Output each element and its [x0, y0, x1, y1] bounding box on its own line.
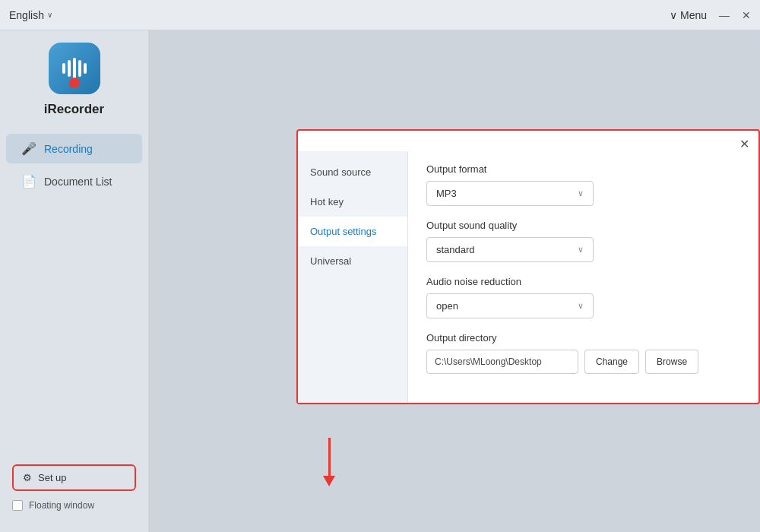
- arrow-head-icon: [323, 476, 335, 486]
- gear-icon: ⚙: [23, 472, 32, 483]
- noise-reduction-section: Audio noise reduction open ∨: [426, 276, 740, 318]
- menu-chevron-icon: ∨: [670, 9, 677, 21]
- output-quality-value: standard: [436, 244, 475, 255]
- minimize-button[interactable]: —: [719, 9, 730, 21]
- dialog-nav-hot-key[interactable]: Hot key: [298, 187, 407, 217]
- window-controls: — ✕: [719, 9, 751, 21]
- logo-icon: [49, 43, 100, 94]
- sidebar-item-document-list[interactable]: 📄 Document List: [6, 166, 142, 196]
- output-format-chevron-icon: ∨: [578, 188, 584, 198]
- menu-button[interactable]: ∨ Menu: [670, 9, 707, 21]
- language-label: English: [9, 9, 44, 21]
- title-bar-right: ∨ Menu — ✕: [670, 9, 751, 21]
- output-format-section: Output format MP3 ∨: [426, 163, 740, 206]
- dialog-close-button[interactable]: ✕: [739, 137, 749, 151]
- sidebar-item-recording[interactable]: 🎤 Recording: [6, 134, 142, 163]
- browse-button[interactable]: Browse: [645, 350, 698, 374]
- noise-reduction-chevron-icon: ∨: [578, 301, 584, 311]
- dialog-sidebar: Sound source Hot key Output settings Uni…: [298, 151, 408, 403]
- noise-reduction-value: open: [436, 300, 458, 312]
- output-directory-row: Change Browse: [426, 350, 740, 374]
- wave-bar-4: [78, 60, 81, 77]
- menu-label: Menu: [680, 9, 707, 21]
- output-format-value: MP3: [436, 188, 457, 199]
- wave-bar-1: [62, 63, 65, 74]
- dialog-body: Sound source Hot key Output settings Uni…: [298, 151, 758, 403]
- language-selector[interactable]: English ∨: [9, 9, 52, 21]
- dialog-nav-universal[interactable]: Universal: [298, 246, 407, 276]
- floating-window-row: Floating window: [12, 500, 136, 511]
- dialog-main: Output format MP3 ∨ Output sound quality…: [408, 151, 758, 403]
- dialog-header: ✕: [298, 131, 758, 151]
- wave-bar-3: [73, 58, 76, 79]
- output-settings-label: Output settings: [310, 226, 376, 237]
- title-bar: English ∨ ∨ Menu — ✕: [0, 0, 760, 30]
- output-directory-section: Output directory Change Browse: [426, 332, 740, 374]
- output-format-select[interactable]: MP3 ∨: [426, 181, 594, 206]
- app-logo: iRecorder: [0, 43, 148, 117]
- close-button[interactable]: ✕: [742, 9, 751, 21]
- wave-bar-2: [68, 60, 71, 77]
- dialog-nav-output-settings[interactable]: Output settings: [298, 217, 407, 246]
- settings-dialog: ✕ Sound source Hot key Output settings U…: [296, 129, 760, 404]
- sidebar-document-label: Document List: [44, 176, 112, 188]
- output-directory-label: Output directory: [426, 332, 740, 344]
- sidebar: iRecorder 🎤 Recording 📄 Document List ⚙ …: [0, 30, 148, 532]
- sidebar-bottom: ⚙ Set up Floating window: [0, 455, 148, 520]
- output-directory-input[interactable]: [426, 350, 578, 374]
- output-quality-section: Output sound quality standard ∨: [426, 220, 740, 262]
- dialog-nav-sound-source[interactable]: Sound source: [298, 157, 407, 187]
- app-container: iRecorder 🎤 Recording 📄 Document List ⚙ …: [0, 30, 760, 532]
- recording-icon: 🎤: [21, 141, 36, 156]
- sidebar-recording-label: Recording: [44, 143, 93, 155]
- output-quality-select[interactable]: standard ∨: [426, 237, 594, 262]
- change-button[interactable]: Change: [584, 350, 639, 374]
- language-chevron-icon: ∨: [47, 11, 52, 19]
- hot-key-label: Hot key: [310, 196, 344, 207]
- noise-reduction-label: Audio noise reduction: [426, 276, 740, 287]
- output-format-label: Output format: [426, 163, 740, 175]
- wave-bar-5: [84, 63, 87, 74]
- app-name: iRecorder: [44, 102, 104, 117]
- setup-label: Set up: [38, 472, 67, 483]
- output-quality-label: Output sound quality: [426, 220, 740, 231]
- arrow-indicator: [323, 438, 335, 486]
- main-content: ✕ Sound source Hot key Output settings U…: [148, 30, 760, 532]
- floating-window-checkbox[interactable]: [12, 500, 23, 511]
- sound-source-label: Sound source: [310, 166, 371, 178]
- noise-reduction-select[interactable]: open ∨: [426, 293, 594, 318]
- logo-waves: [62, 57, 87, 80]
- document-list-icon: 📄: [21, 174, 36, 188]
- arrow-line: [328, 438, 331, 476]
- output-quality-chevron-icon: ∨: [578, 245, 584, 255]
- setup-button[interactable]: ⚙ Set up: [12, 464, 136, 491]
- universal-label: Universal: [310, 255, 351, 267]
- floating-window-label: Floating window: [29, 500, 94, 511]
- title-bar-left: English ∨: [9, 9, 52, 21]
